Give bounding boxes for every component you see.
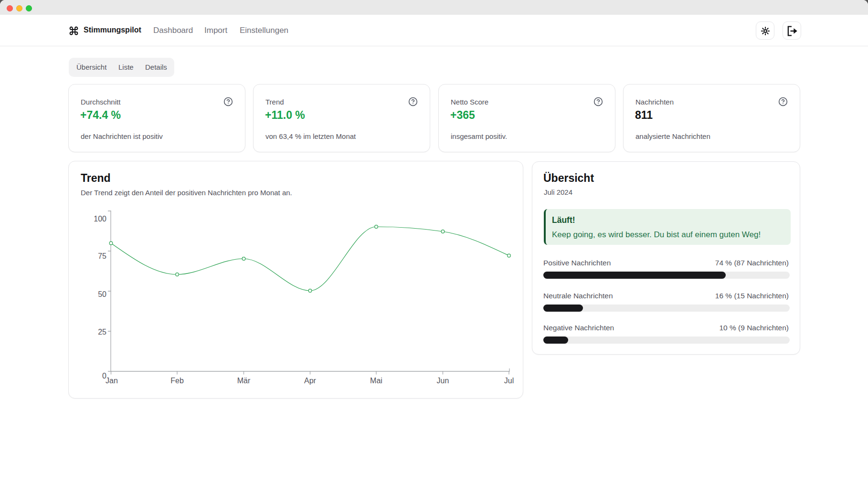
svg-text:75: 75 bbox=[98, 252, 106, 260]
svg-text:Jul: Jul bbox=[504, 377, 514, 385]
svg-text:Feb: Feb bbox=[170, 377, 184, 385]
svg-text:Apr: Apr bbox=[304, 377, 317, 385]
svg-text:Jun: Jun bbox=[437, 377, 449, 385]
svg-text:25: 25 bbox=[98, 328, 106, 336]
svg-text:50: 50 bbox=[98, 290, 106, 298]
svg-text:100: 100 bbox=[94, 215, 106, 223]
svg-text:Mai: Mai bbox=[370, 377, 382, 385]
svg-text:Jan: Jan bbox=[106, 377, 118, 385]
svg-text:Mär: Mär bbox=[237, 377, 251, 385]
